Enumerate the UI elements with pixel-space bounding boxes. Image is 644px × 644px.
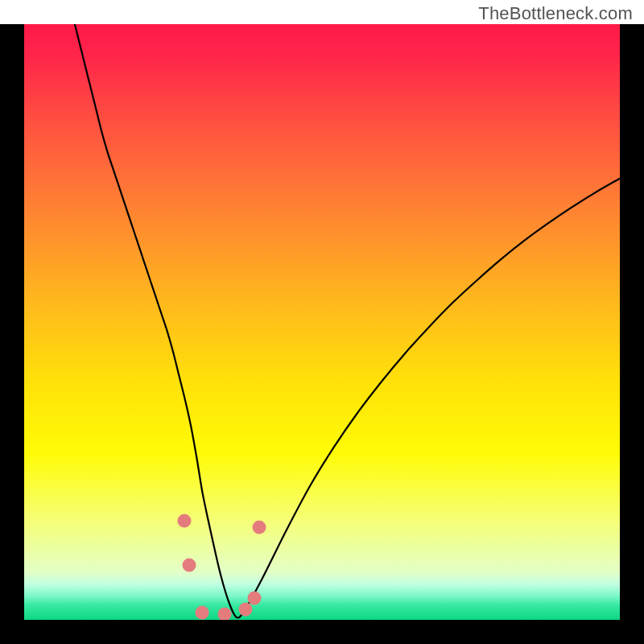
series-marker [239, 603, 253, 617]
series-marker [217, 608, 231, 620]
chart-outer-frame [0, 24, 644, 644]
data-markers-layer [24, 24, 620, 620]
watermark-text: TheBottleneck.com [478, 3, 633, 24]
series-marker [248, 591, 262, 605]
chart-stage: TheBottleneck.com [0, 0, 644, 644]
series-marker [182, 558, 196, 572]
series-marker [252, 521, 266, 535]
series-marker [195, 606, 208, 620]
chart-plot-area [24, 24, 620, 620]
series-marker [178, 514, 192, 528]
